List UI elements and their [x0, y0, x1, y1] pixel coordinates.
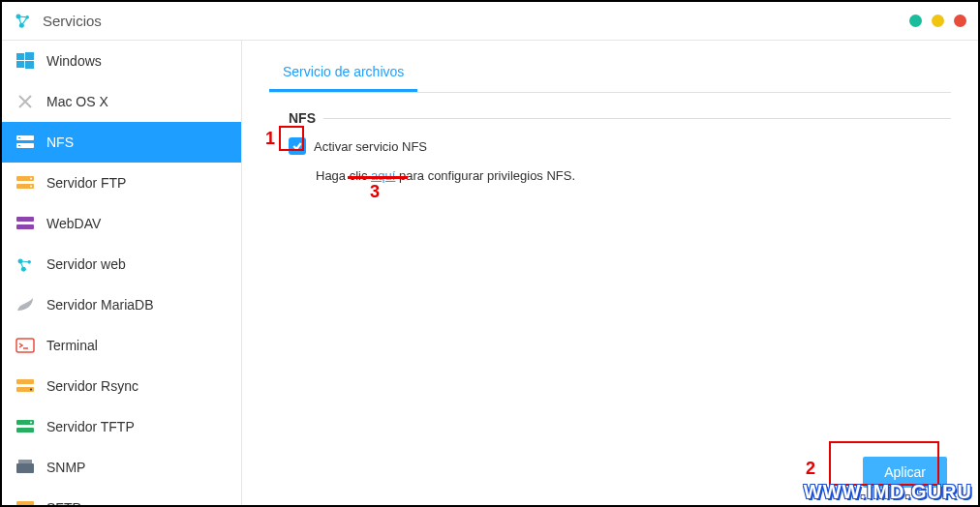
sidebar-item-label: Windows — [46, 53, 102, 69]
services-app-icon — [14, 12, 33, 31]
sidebar-item-macosx[interactable]: Mac OS X — [2, 81, 241, 122]
terminal-icon — [15, 336, 35, 355]
svg-rect-6 — [25, 61, 34, 69]
windows-icon — [15, 51, 35, 71]
sidebar-item-label: WebDAV — [46, 216, 101, 231]
rsync-icon — [15, 376, 35, 396]
svg-rect-5 — [16, 61, 24, 68]
sidebar: Windows Mac OS X NFS Servidor FTP — [2, 41, 242, 505]
svg-rect-15 — [16, 217, 34, 222]
svg-rect-29 — [18, 460, 32, 463]
macosx-icon — [15, 92, 35, 111]
sidebar-item-rsync[interactable]: Servidor Rsync — [2, 366, 241, 406]
svg-rect-28 — [16, 463, 34, 473]
sidebar-item-label: Servidor MariaDB — [46, 297, 153, 313]
window-title: Servicios — [43, 13, 102, 29]
ftp-icon — [15, 173, 35, 193]
nfs-privileges-link[interactable]: aquí — [371, 168, 395, 183]
svg-rect-4 — [25, 52, 34, 60]
main-panel: Servicio de archivos NFS Activar servici… — [242, 41, 978, 505]
webdav-icon — [15, 214, 35, 233]
svg-point-27 — [30, 422, 32, 424]
sidebar-item-label: SFTP — [46, 500, 81, 505]
svg-rect-9 — [18, 137, 20, 138]
minimize-button[interactable] — [909, 15, 922, 27]
nfs-privileges-help: Haga clic aquí para configurar privilegi… — [316, 168, 951, 183]
tab-file-service[interactable]: Servicio de archivos — [269, 58, 417, 92]
services-window: Servicios Windows Mac OS X — [0, 0, 980, 507]
sftp-icon — [15, 498, 35, 505]
sidebar-item-terminal[interactable]: Terminal — [2, 325, 241, 366]
svg-rect-10 — [18, 145, 20, 146]
checkbox-label: Activar servicio NFS — [314, 139, 427, 154]
tftp-icon — [15, 417, 35, 436]
mariadb-icon — [15, 295, 35, 314]
sidebar-item-label: Servidor web — [46, 256, 126, 272]
svg-rect-26 — [16, 428, 34, 432]
help-text-post: para configurar privilegios NFS. — [395, 168, 575, 183]
help-text-pre: Haga clic — [316, 168, 371, 183]
sidebar-item-label: Terminal — [46, 338, 98, 353]
sidebar-item-webdav[interactable]: WebDAV — [2, 203, 241, 244]
sidebar-item-mariadb[interactable]: Servidor MariaDB — [2, 284, 241, 325]
sidebar-item-snmp[interactable]: SNMP — [2, 447, 241, 488]
svg-point-19 — [21, 266, 26, 271]
close-button[interactable] — [954, 15, 966, 27]
checkbox-row: Activar servicio NFS — [289, 137, 951, 155]
sidebar-item-label: Servidor Rsync — [46, 378, 138, 394]
sidebar-item-nfs[interactable]: NFS — [2, 122, 241, 163]
section-title: NFS — [289, 110, 316, 126]
svg-point-14 — [30, 186, 32, 188]
sidebar-item-tftp[interactable]: Servidor TFTP — [2, 406, 241, 447]
webserver-icon — [15, 254, 35, 274]
titlebar: Servicios — [2, 2, 978, 41]
maximize-button[interactable] — [932, 15, 944, 27]
svg-rect-30 — [16, 501, 34, 505]
svg-rect-22 — [16, 379, 34, 384]
window-buttons — [909, 15, 966, 27]
section-header: NFS — [289, 110, 951, 126]
window-body: Windows Mac OS X NFS Servidor FTP — [2, 41, 978, 505]
sidebar-item-webserver[interactable]: Servidor web — [2, 244, 241, 284]
watermark: WWW.IMD.GURU — [804, 481, 972, 503]
svg-point-24 — [30, 389, 32, 391]
nfs-icon — [15, 133, 35, 152]
sidebar-item-label: Mac OS X — [46, 94, 108, 109]
sidebar-item-label: SNMP — [46, 460, 85, 475]
sidebar-item-sftp[interactable]: SFTP — [2, 488, 241, 505]
sidebar-item-label: NFS — [46, 134, 74, 150]
svg-point-13 — [30, 178, 32, 180]
sidebar-item-ftp[interactable]: Servidor FTP — [2, 163, 241, 203]
svg-rect-16 — [16, 224, 34, 229]
sidebar-item-label: Servidor FTP — [46, 175, 126, 191]
svg-rect-3 — [16, 53, 24, 60]
sidebar-item-label: Servidor TFTP — [46, 419, 135, 434]
sidebar-item-windows[interactable]: Windows — [2, 41, 241, 81]
enable-nfs-checkbox[interactable] — [289, 137, 306, 155]
section-rule — [323, 118, 951, 119]
svg-rect-20 — [16, 339, 34, 352]
tab-bar: Servicio de archivos — [269, 58, 951, 93]
snmp-icon — [15, 458, 35, 477]
